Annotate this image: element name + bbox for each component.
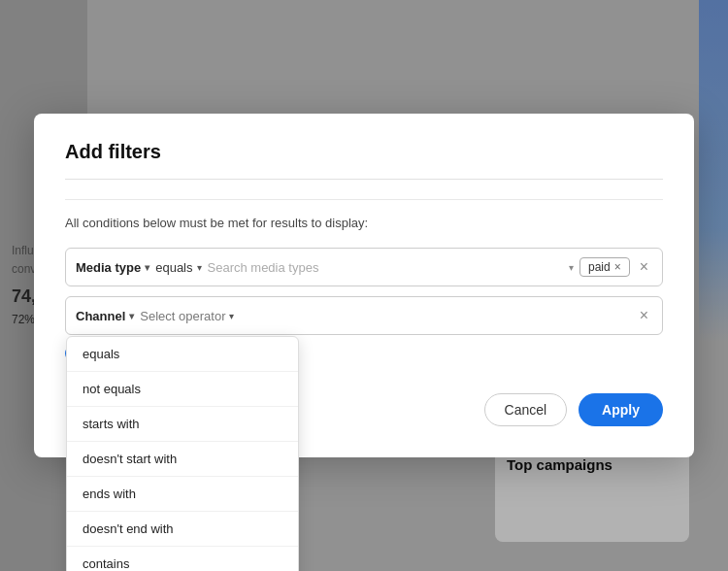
filter1-search-chevron: ▾: [569, 262, 574, 273]
title-divider: [65, 199, 663, 200]
filter2-tag[interactable]: Channel ▾: [76, 309, 134, 323]
dropdown-item-1[interactable]: not equals: [67, 372, 298, 407]
filter1-search-placeholder: Search media types: [208, 260, 561, 275]
filter2-tag-chevron: ▾: [129, 311, 134, 321]
operator-dropdown: equals not equals starts with doesn't st…: [66, 336, 299, 571]
filter1-operator-label: equals: [155, 260, 192, 275]
filter1-tag-close-icon[interactable]: ×: [614, 260, 621, 274]
filter2-tag-label: Channel: [76, 309, 125, 323]
filter2-close-button[interactable]: ×: [636, 308, 652, 323]
apply-button[interactable]: Apply: [579, 393, 663, 426]
add-filters-modal: Add filters All conditions below must be…: [34, 114, 694, 457]
filter1-tag-chevron: ▾: [145, 262, 149, 273]
dropdown-item-6[interactable]: contains: [67, 547, 298, 571]
filter1-tag-value: paid: [588, 260, 611, 274]
filter2-operator-chevron: ▾: [229, 311, 234, 321]
dropdown-item-3[interactable]: doesn't start with: [67, 442, 298, 477]
dropdown-item-4[interactable]: ends with: [67, 477, 298, 512]
dropdown-item-2[interactable]: starts with: [67, 407, 298, 442]
filter1-active-tag: paid ×: [579, 257, 630, 277]
filter1-operator-chevron: ▾: [197, 262, 202, 273]
filter1-tag[interactable]: Media type ▾: [76, 260, 149, 275]
dropdown-item-0[interactable]: equals: [67, 337, 298, 372]
modal-title: Add filters: [65, 141, 663, 180]
filter2-operator-placeholder: Select operator: [140, 309, 225, 323]
dropdown-item-5[interactable]: doesn't end with: [67, 512, 298, 547]
filter2-operator[interactable]: Select operator ▾: [140, 309, 234, 323]
filter1-search-area[interactable]: Search media types ▾: [208, 260, 574, 275]
filter1-operator[interactable]: equals ▾: [155, 260, 201, 275]
modal-subtitle: All conditions below must be met for res…: [65, 216, 663, 230]
filter-row-1: Media type ▾ equals ▾ Search media types…: [65, 248, 663, 286]
filter-row-2: Channel ▾ Select operator ▾ × equals not…: [65, 296, 663, 335]
filter1-close-button[interactable]: ×: [636, 259, 652, 275]
cancel-button[interactable]: Cancel: [484, 393, 568, 426]
filter1-tag-label: Media type: [76, 260, 141, 275]
